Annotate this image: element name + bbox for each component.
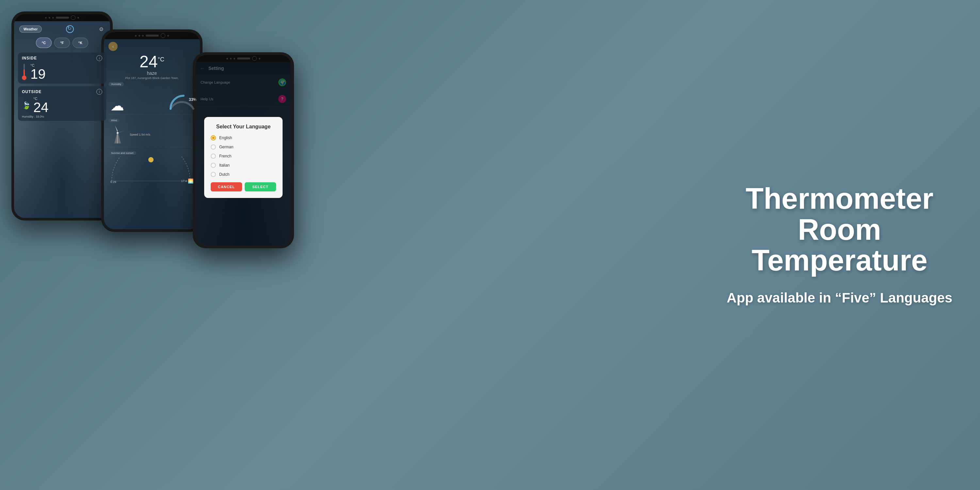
- outside-header: OUTSIDE i: [22, 89, 102, 95]
- outside-temp-display: °C 24: [33, 97, 102, 115]
- outside-label: OUTSIDE: [22, 89, 41, 94]
- windmill-icon: [108, 124, 126, 145]
- phone-3: ← Setting Change Language 🌍 Help Us ? Se…: [193, 52, 294, 248]
- inside-label: INSIDE: [22, 56, 37, 60]
- dutch-label: Dutch: [219, 172, 229, 177]
- unit-selector: °C °F °K: [14, 36, 110, 50]
- select-button[interactable]: SELECT: [245, 182, 276, 191]
- inside-temp-value: 19: [30, 67, 102, 81]
- fahrenheit-button[interactable]: °F: [54, 38, 70, 48]
- english-label: English: [219, 135, 232, 140]
- language-selection-modal: Select Your Language English German Fren…: [204, 117, 283, 198]
- kelvin-button[interactable]: °K: [73, 38, 88, 48]
- humidity-label: Humidity : 33.0%: [22, 115, 102, 118]
- sunrise-tag: Sunrise and sunset: [108, 151, 136, 155]
- phone-1: Weather ⚙ °C °F °K INSIDE i: [11, 11, 113, 221]
- refresh-icon[interactable]: [66, 25, 74, 33]
- camera-circle: [161, 33, 165, 38]
- phone1-screen: Weather ⚙ °C °F °K INSIDE i: [14, 21, 110, 218]
- phone3-screen: ← Setting Change Language 🌍 Help Us ? Se…: [195, 62, 291, 246]
- svg-marker-5: [118, 130, 125, 133]
- sensor-dot: [226, 58, 228, 59]
- sunset-time: 17:4 🌅: [181, 178, 193, 184]
- modal-title: Select Your Language: [211, 124, 276, 130]
- gear-icon[interactable]: ⚙: [98, 25, 105, 33]
- temperature-display: 24°C: [104, 54, 200, 70]
- camera-circle: [71, 15, 75, 20]
- inside-info-icon[interactable]: i: [96, 55, 102, 61]
- wind-speed: Speed 1.54 m/s: [130, 133, 150, 136]
- phone2-sensor-bar: [104, 32, 200, 39]
- outside-temp-value: 24: [33, 100, 102, 115]
- weather-button[interactable]: Weather: [19, 25, 42, 33]
- humidity-tag: Humidity: [108, 82, 124, 86]
- sensor-dot: [259, 58, 260, 59]
- wind-section: Wind Speed 1.54 m/s: [104, 115, 200, 146]
- phone3-sensor-bar: [195, 55, 291, 62]
- app-description: Thermometer Room Temperature App availab…: [725, 183, 954, 307]
- svg-point-9: [148, 157, 154, 162]
- language-option-dutch[interactable]: Dutch: [211, 172, 276, 177]
- outside-info-icon[interactable]: i: [96, 89, 102, 95]
- sensor-dot: [234, 58, 235, 59]
- sensor-dot: [138, 35, 140, 37]
- celsius-button[interactable]: °C: [36, 38, 52, 48]
- radio-dutch[interactable]: [211, 172, 216, 177]
- german-label: German: [219, 145, 233, 149]
- sensor-pill: [237, 57, 250, 59]
- language-option-italian[interactable]: Italian: [211, 163, 276, 168]
- sensor-pill: [56, 17, 69, 19]
- sensor-dot: [78, 17, 79, 19]
- radio-german[interactable]: [211, 145, 216, 150]
- inside-temp-display: °C 19: [30, 64, 102, 81]
- inside-temp-row: °C 19: [22, 63, 102, 81]
- weather-condition: haze: [104, 70, 200, 76]
- cloud-icon: ☁: [110, 98, 124, 114]
- modal-buttons: CANCEL SELECT: [211, 182, 276, 191]
- french-label: French: [219, 154, 231, 158]
- sunrise-section: Sunrise and sunset 6:29 17:4 🌅: [104, 148, 200, 186]
- app-subtitle: App available in “Five” Languages: [725, 289, 954, 307]
- inside-header: INSIDE i: [22, 55, 102, 61]
- sensor-dot: [142, 35, 144, 37]
- outside-section: OUTSIDE i 🍃 °C 24 Humidity : 33.0%: [18, 86, 106, 121]
- phone1-sensor-bar: [14, 14, 110, 21]
- sun-arc-svg: [108, 156, 193, 183]
- sensor-dot: [167, 35, 169, 37]
- radio-english[interactable]: [211, 135, 216, 140]
- leaf-icon: 🍃: [22, 101, 31, 110]
- italian-label: Italian: [219, 163, 230, 167]
- svg-rect-1: [24, 70, 25, 75]
- sensor-dot: [52, 17, 54, 19]
- svg-point-2: [22, 75, 27, 80]
- thermometer-icon: [22, 63, 27, 81]
- sensor-dot: [230, 58, 232, 59]
- phone2-screen: ‹ 24°C haze Plot 187, Aurangzeb Block Ga…: [104, 39, 200, 229]
- camera-circle: [252, 56, 257, 61]
- inside-section: INSIDE i °C 19: [18, 52, 106, 84]
- modal-overlay: Select Your Language English German Fren…: [195, 62, 291, 246]
- language-option-english[interactable]: English: [211, 135, 276, 140]
- location-text: Plot 187, Aurangzeb Block Garden Town,: [104, 76, 200, 80]
- language-option-french[interactable]: French: [211, 154, 276, 159]
- app-title: Thermometer Room Temperature: [725, 183, 954, 276]
- language-option-german[interactable]: German: [211, 145, 276, 150]
- sensor-dot: [45, 17, 47, 19]
- temp-unit: °C: [158, 56, 164, 63]
- svg-marker-4: [115, 126, 118, 133]
- svg-marker-8: [115, 134, 121, 143]
- sensor-dot: [49, 17, 50, 19]
- radio-french[interactable]: [211, 154, 216, 159]
- wind-tag: Wind: [108, 119, 119, 122]
- phone-2: ‹ 24°C haze Plot 187, Aurangzeb Block Ga…: [101, 29, 202, 232]
- sensor-dot: [135, 35, 137, 37]
- sunrise-time: 6:29: [110, 180, 116, 184]
- cancel-button[interactable]: CANCEL: [211, 182, 242, 191]
- outside-temp-row: 🍃 °C 24: [22, 97, 102, 115]
- radio-italian[interactable]: [211, 163, 216, 168]
- sensor-pill: [146, 35, 159, 37]
- phone1-header: Weather ⚙: [14, 21, 110, 36]
